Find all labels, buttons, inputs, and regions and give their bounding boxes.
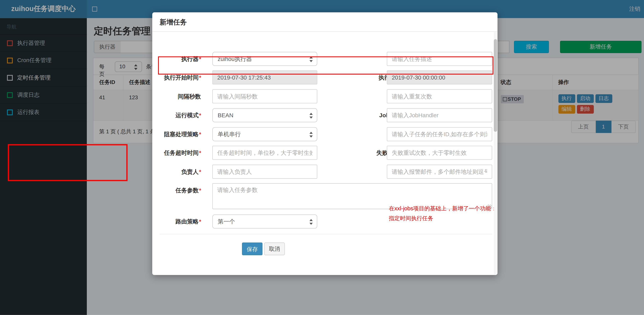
form-row-executor: 执行器* zuihou执行器 任务描述* bbox=[152, 52, 498, 66]
form-row-timeout: 任务超时时间* 失败重试次数* bbox=[152, 146, 498, 160]
child-task-input[interactable] bbox=[387, 127, 492, 141]
end-time-field[interactable]: 2019-07-30 00:00:00 bbox=[387, 70, 492, 84]
modal-scrollbar-track bbox=[494, 32, 497, 274]
modal-header: 新增任务 bbox=[152, 12, 498, 32]
cancel-button[interactable]: 取消 bbox=[264, 242, 285, 255]
owner-label: 负责人* bbox=[152, 165, 201, 179]
repeat-count-input[interactable] bbox=[387, 89, 492, 103]
add-task-modal: 新增任务 执行器* zuihou执行器 任务描述* 执行开始时间* 2019-0… bbox=[152, 12, 498, 275]
form-row-exec-time: 执行开始时间* 2019-07-30 17:25:43 执行结束时间 2019-… bbox=[152, 70, 498, 84]
alarm-email-input[interactable] bbox=[387, 165, 492, 179]
feature-note: 在xxl-jobs项目的基础上，新增了一个功能： 指定时间执行任务 bbox=[389, 204, 497, 223]
form-row-run-mode: 运行模式* BEAN JobHandler* bbox=[152, 108, 498, 122]
form-row-interval: 间隔秒数 重复次数 bbox=[152, 89, 498, 103]
form-row-owner: 负责人* 报警邮件* bbox=[152, 165, 498, 179]
task-param-label: 任务参数* bbox=[152, 183, 201, 197]
app-viewport: zuihou任务调度中心 注销 导航 执行器管理 Cron任务管理 定时任务管理… bbox=[0, 0, 644, 315]
jobhandler-input[interactable] bbox=[387, 108, 492, 122]
timeout-label: 任务超时时间* bbox=[152, 146, 201, 160]
form-row-route: 路由策略* 第一个 在xxl-jobs项目的基础上，新增了一个功能： 指定时间执… bbox=[152, 215, 498, 228]
form-row-block-strategy: 阻塞处理策略* 单机串行 子任务ID* bbox=[152, 127, 498, 141]
modal-footer-divider bbox=[160, 234, 492, 234]
block-strategy-label: 阻塞处理策略* bbox=[152, 127, 201, 141]
route-strategy-select[interactable]: 第一个 bbox=[212, 215, 317, 228]
executor-label: 执行器* bbox=[152, 52, 201, 66]
interval-label: 间隔秒数 bbox=[152, 89, 201, 103]
retry-count-input[interactable] bbox=[387, 146, 492, 160]
save-button[interactable]: 保存 bbox=[242, 242, 262, 255]
run-mode-label: 运行模式* bbox=[152, 108, 201, 122]
route-strategy-label: 路由策略* bbox=[152, 215, 201, 228]
start-time-label: 执行开始时间* bbox=[152, 70, 201, 84]
modal-title: 新增任务 bbox=[160, 18, 187, 27]
select-caret-icon bbox=[310, 219, 313, 225]
task-desc-input[interactable] bbox=[387, 52, 492, 66]
modal-scrollbar-thumb[interactable] bbox=[494, 39, 497, 132]
